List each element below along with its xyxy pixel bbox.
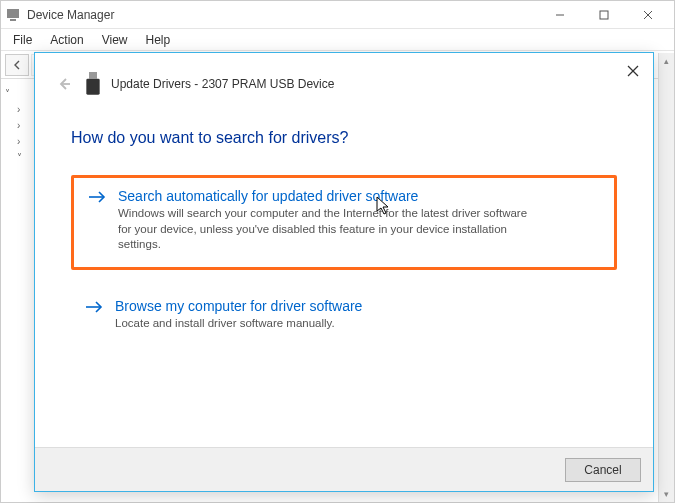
scroll-track[interactable] xyxy=(659,69,674,486)
dialog-close-button[interactable] xyxy=(619,59,647,83)
dialog-title: Update Drivers - 2307 PRAM USB Device xyxy=(111,77,334,91)
dm-title: Device Manager xyxy=(27,8,114,22)
option1-title: Search automatically for updated driver … xyxy=(118,188,538,204)
vertical-scrollbar[interactable]: ▴ ▾ xyxy=(658,53,674,502)
toolbar-back-button[interactable] xyxy=(5,54,29,76)
menu-file[interactable]: File xyxy=(5,31,40,49)
dm-titlebar: Device Manager xyxy=(1,1,674,29)
expand-icon[interactable]: › xyxy=(17,136,27,147)
minimize-button[interactable] xyxy=(538,1,582,29)
svg-rect-9 xyxy=(89,72,97,79)
dm-menubar: File Action View Help xyxy=(1,29,674,51)
close-button[interactable] xyxy=(626,1,670,29)
dialog-body: How do you want to search for drivers? S… xyxy=(35,105,653,345)
dialog-question: How do you want to search for drivers? xyxy=(71,129,617,147)
scroll-up-button[interactable]: ▴ xyxy=(659,53,674,69)
expand-icon[interactable]: ˅ xyxy=(5,88,15,99)
usb-device-icon xyxy=(85,75,101,93)
expand-icon[interactable]: › xyxy=(17,104,27,115)
dialog-title-prefix: Update Drivers - xyxy=(111,77,202,91)
update-drivers-dialog: Update Drivers - 2307 PRAM USB Device Ho… xyxy=(34,52,654,492)
menu-view[interactable]: View xyxy=(94,31,136,49)
dialog-device-name: 2307 PRAM USB Device xyxy=(202,77,335,91)
expand-icon[interactable]: › xyxy=(17,120,27,131)
device-manager-icon xyxy=(5,7,21,23)
dialog-header: Update Drivers - 2307 PRAM USB Device xyxy=(35,53,653,105)
svg-rect-3 xyxy=(600,11,608,19)
menu-help[interactable]: Help xyxy=(138,31,179,49)
expand-icon[interactable]: ˅ xyxy=(17,152,27,163)
option2-title: Browse my computer for driver software xyxy=(115,298,362,314)
svg-rect-1 xyxy=(10,19,16,21)
svg-rect-0 xyxy=(7,9,19,18)
dialog-back-button[interactable] xyxy=(53,73,75,95)
option-search-automatically[interactable]: Search automatically for updated driver … xyxy=(71,175,617,270)
scroll-down-button[interactable]: ▾ xyxy=(659,486,674,502)
option-browse-computer[interactable]: Browse my computer for driver software L… xyxy=(71,288,617,346)
svg-rect-10 xyxy=(86,79,99,95)
maximize-button[interactable] xyxy=(582,1,626,29)
menu-action[interactable]: Action xyxy=(42,31,91,49)
dialog-footer: Cancel xyxy=(35,447,653,491)
option1-description: Windows will search your computer and th… xyxy=(118,206,538,253)
arrow-right-icon xyxy=(88,190,106,253)
arrow-right-icon xyxy=(85,300,103,332)
cancel-button[interactable]: Cancel xyxy=(565,458,641,482)
option2-description: Locate and install driver software manua… xyxy=(115,316,362,332)
